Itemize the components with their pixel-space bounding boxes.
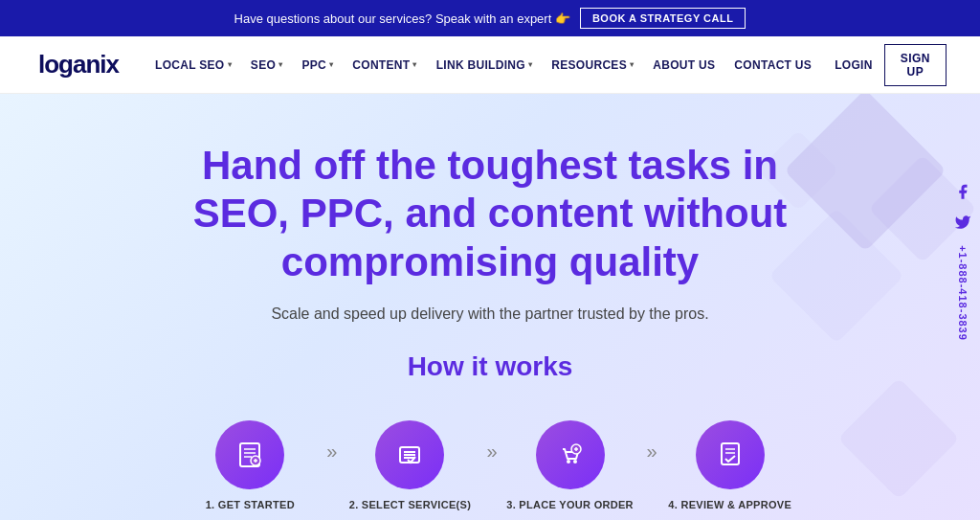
svg-rect-16 <box>722 443 739 464</box>
top-banner: Have questions about our services? Speak… <box>0 0 980 36</box>
hero-title: Hand off the toughest tasks in SEO, PPC,… <box>179 142 801 286</box>
banner-text: Have questions about our services? Speak… <box>234 11 570 26</box>
signup-button[interactable]: SIGN UP <box>884 44 947 86</box>
step-2-label: 2. SELECT SERVICE(S) <box>349 499 471 510</box>
login-button[interactable]: LOGIN <box>827 53 880 78</box>
svg-point-12 <box>573 460 577 463</box>
nav-link-building[interactable]: LINK BUILDING ▾ <box>429 53 541 78</box>
phone-number[interactable]: +1-888-418-3839 <box>957 245 969 341</box>
nav-about-us[interactable]: ABOUT US <box>645 53 723 78</box>
step-1: 1. GET STARTED <box>183 420 317 510</box>
step-arrow: » <box>486 441 493 463</box>
hero-subtitle: Scale and speed up delivery with the par… <box>271 305 708 323</box>
how-it-works-heading: How it works <box>408 351 573 382</box>
twitter-icon[interactable] <box>951 211 974 234</box>
book-strategy-button[interactable]: BOOK A STRATEGY CALL <box>580 8 746 29</box>
chevron-down-icon: ▾ <box>412 60 416 69</box>
logo[interactable]: loganix <box>38 50 119 79</box>
nav-ppc[interactable]: PPC ▾ <box>294 53 341 78</box>
step-2: 2. SELECT SERVICE(S) <box>343 420 477 510</box>
nav-contact-us[interactable]: CONTACT US <box>726 53 819 78</box>
chevron-down-icon: ▾ <box>278 60 282 69</box>
main-nav: LOCAL SEO ▾ SEO ▾ PPC ▾ CONTENT ▾ LINK B… <box>147 44 947 86</box>
step-3-label: 3. PLACE YOUR ORDER <box>506 499 634 510</box>
step-4-label: 4. REVIEW & APPROVE <box>668 499 791 510</box>
nav-resources[interactable]: RESOURCES ▾ <box>544 53 641 78</box>
step-3-icon <box>536 420 605 489</box>
step-4-icon <box>696 420 765 489</box>
step-2-icon <box>375 420 444 489</box>
nav-seo[interactable]: SEO ▾ <box>243 53 291 78</box>
step-3: 3. PLACE YOUR ORDER <box>503 420 637 510</box>
chevron-down-icon: ▾ <box>528 60 532 69</box>
nav-local-seo[interactable]: LOCAL SEO ▾ <box>147 53 239 78</box>
step-1-label: 1. GET STARTED <box>206 499 295 510</box>
header: loganix LOCAL SEO ▾ SEO ▾ PPC ▾ CONTENT … <box>0 36 980 94</box>
step-1-icon <box>215 420 284 489</box>
svg-point-11 <box>567 460 570 463</box>
chevron-down-icon: ▾ <box>228 60 232 69</box>
step-4: 4. REVIEW & APPROVE <box>663 420 797 510</box>
chevron-down-icon: ▾ <box>630 60 634 69</box>
decorative-diamond <box>837 378 959 500</box>
step-arrow: » <box>647 441 654 463</box>
side-social-bar: +1-888-418-3839 <box>946 170 980 350</box>
step-arrow: » <box>326 441 333 463</box>
nav-content[interactable]: CONTENT ▾ <box>345 53 424 78</box>
chevron-down-icon: ▾ <box>329 60 333 69</box>
facebook-icon[interactable] <box>951 180 974 203</box>
hero-section: Hand off the toughest tasks in SEO, PPC,… <box>0 94 980 520</box>
steps-container: 1. GET STARTED » 2. SELECT SERVICE(S) » <box>183 420 796 510</box>
